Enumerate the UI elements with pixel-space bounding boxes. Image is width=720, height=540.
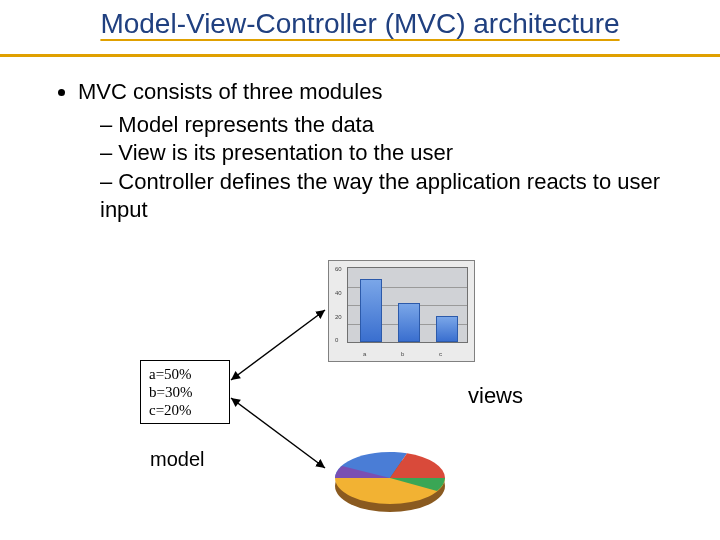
- title-underline-rule: [0, 54, 720, 57]
- svg-line-2: [231, 398, 325, 468]
- bullet-sub-1: Model represents the data: [100, 111, 670, 140]
- slide-title-text: Model-View-Controller (MVC) architecture: [100, 8, 619, 39]
- bar-a: [360, 279, 382, 342]
- bar-b: [398, 303, 420, 342]
- body-text: MVC consists of three modules Model repr…: [50, 78, 670, 225]
- bar-c: [436, 316, 458, 342]
- bar-ytick-20: 20: [335, 314, 342, 320]
- arrow-model-to-bar: [225, 300, 335, 390]
- bar-ytick-60: 60: [335, 266, 342, 272]
- bar-xtick-b: b: [401, 351, 404, 357]
- pie-svg: [330, 440, 450, 520]
- model-b: b=30%: [149, 383, 221, 401]
- svg-line-1: [231, 310, 325, 380]
- bar-ytick-40: 40: [335, 290, 342, 296]
- model-label: model: [150, 448, 204, 471]
- pie-chart-view: [330, 440, 450, 510]
- bullet-sub-3: Controller defines the way the applicati…: [100, 168, 670, 225]
- bar-ytick-0: 0: [335, 337, 338, 343]
- slide-title: Model-View-Controller (MVC) architecture: [0, 8, 720, 40]
- bullet-sub-2: View is its presentation to the user: [100, 139, 670, 168]
- bar-xtick-c: c: [439, 351, 442, 357]
- model-c: c=20%: [149, 401, 221, 419]
- bullet-main: MVC consists of three modules Model repr…: [78, 78, 670, 225]
- bullet-main-text: MVC consists of three modules: [78, 79, 382, 104]
- model-data-box: a=50% b=30% c=20%: [140, 360, 230, 424]
- bar-plot-area: [347, 267, 468, 343]
- bar-xtick-a: a: [363, 351, 366, 357]
- model-a: a=50%: [149, 365, 221, 383]
- views-label: views: [468, 383, 523, 409]
- arrow-model-to-pie: [225, 390, 335, 480]
- bar-chart-view: 60 40 20 0 a b c: [328, 260, 475, 362]
